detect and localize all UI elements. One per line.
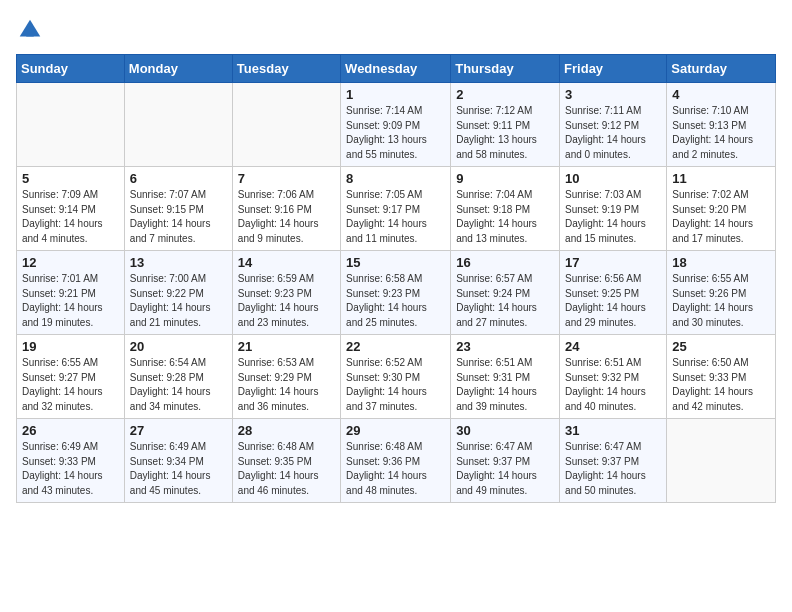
day-info: Sunrise: 7:12 AMSunset: 9:11 PMDaylight:… bbox=[456, 104, 554, 162]
calendar-cell: 16Sunrise: 6:57 AMSunset: 9:24 PMDayligh… bbox=[451, 251, 560, 335]
day-info: Sunrise: 6:48 AMSunset: 9:35 PMDaylight:… bbox=[238, 440, 335, 498]
day-number: 11 bbox=[672, 171, 770, 186]
calendar-cell: 17Sunrise: 6:56 AMSunset: 9:25 PMDayligh… bbox=[560, 251, 667, 335]
day-number: 14 bbox=[238, 255, 335, 270]
day-info: Sunrise: 7:02 AMSunset: 9:20 PMDaylight:… bbox=[672, 188, 770, 246]
calendar-cell: 10Sunrise: 7:03 AMSunset: 9:19 PMDayligh… bbox=[560, 167, 667, 251]
day-info: Sunrise: 6:58 AMSunset: 9:23 PMDaylight:… bbox=[346, 272, 445, 330]
calendar-cell: 5Sunrise: 7:09 AMSunset: 9:14 PMDaylight… bbox=[17, 167, 125, 251]
calendar-cell: 7Sunrise: 7:06 AMSunset: 9:16 PMDaylight… bbox=[232, 167, 340, 251]
week-row-5: 26Sunrise: 6:49 AMSunset: 9:33 PMDayligh… bbox=[17, 419, 776, 503]
day-number: 6 bbox=[130, 171, 227, 186]
day-info: Sunrise: 6:53 AMSunset: 9:29 PMDaylight:… bbox=[238, 356, 335, 414]
day-info: Sunrise: 6:51 AMSunset: 9:32 PMDaylight:… bbox=[565, 356, 661, 414]
calendar-cell: 1Sunrise: 7:14 AMSunset: 9:09 PMDaylight… bbox=[341, 83, 451, 167]
day-number: 18 bbox=[672, 255, 770, 270]
svg-rect-1 bbox=[26, 29, 33, 36]
calendar-cell: 23Sunrise: 6:51 AMSunset: 9:31 PMDayligh… bbox=[451, 335, 560, 419]
day-number: 9 bbox=[456, 171, 554, 186]
day-number: 10 bbox=[565, 171, 661, 186]
calendar-cell: 13Sunrise: 7:00 AMSunset: 9:22 PMDayligh… bbox=[124, 251, 232, 335]
calendar-cell: 8Sunrise: 7:05 AMSunset: 9:17 PMDaylight… bbox=[341, 167, 451, 251]
calendar-cell bbox=[232, 83, 340, 167]
week-row-4: 19Sunrise: 6:55 AMSunset: 9:27 PMDayligh… bbox=[17, 335, 776, 419]
calendar-cell: 25Sunrise: 6:50 AMSunset: 9:33 PMDayligh… bbox=[667, 335, 776, 419]
calendar-cell: 24Sunrise: 6:51 AMSunset: 9:32 PMDayligh… bbox=[560, 335, 667, 419]
calendar-cell: 11Sunrise: 7:02 AMSunset: 9:20 PMDayligh… bbox=[667, 167, 776, 251]
week-row-1: 1Sunrise: 7:14 AMSunset: 9:09 PMDaylight… bbox=[17, 83, 776, 167]
day-number: 31 bbox=[565, 423, 661, 438]
calendar-cell: 6Sunrise: 7:07 AMSunset: 9:15 PMDaylight… bbox=[124, 167, 232, 251]
calendar-cell: 12Sunrise: 7:01 AMSunset: 9:21 PMDayligh… bbox=[17, 251, 125, 335]
logo-icon bbox=[16, 16, 44, 44]
calendar-cell: 21Sunrise: 6:53 AMSunset: 9:29 PMDayligh… bbox=[232, 335, 340, 419]
calendar-cell: 15Sunrise: 6:58 AMSunset: 9:23 PMDayligh… bbox=[341, 251, 451, 335]
calendar-cell: 27Sunrise: 6:49 AMSunset: 9:34 PMDayligh… bbox=[124, 419, 232, 503]
calendar-cell: 20Sunrise: 6:54 AMSunset: 9:28 PMDayligh… bbox=[124, 335, 232, 419]
day-info: Sunrise: 7:01 AMSunset: 9:21 PMDaylight:… bbox=[22, 272, 119, 330]
day-number: 30 bbox=[456, 423, 554, 438]
calendar-cell: 29Sunrise: 6:48 AMSunset: 9:36 PMDayligh… bbox=[341, 419, 451, 503]
weekday-header-row: SundayMondayTuesdayWednesdayThursdayFrid… bbox=[17, 55, 776, 83]
day-number: 3 bbox=[565, 87, 661, 102]
week-row-3: 12Sunrise: 7:01 AMSunset: 9:21 PMDayligh… bbox=[17, 251, 776, 335]
weekday-header-friday: Friday bbox=[560, 55, 667, 83]
day-number: 20 bbox=[130, 339, 227, 354]
day-info: Sunrise: 6:47 AMSunset: 9:37 PMDaylight:… bbox=[565, 440, 661, 498]
calendar-cell: 19Sunrise: 6:55 AMSunset: 9:27 PMDayligh… bbox=[17, 335, 125, 419]
day-number: 19 bbox=[22, 339, 119, 354]
day-number: 5 bbox=[22, 171, 119, 186]
calendar-cell: 31Sunrise: 6:47 AMSunset: 9:37 PMDayligh… bbox=[560, 419, 667, 503]
calendar-cell: 22Sunrise: 6:52 AMSunset: 9:30 PMDayligh… bbox=[341, 335, 451, 419]
day-info: Sunrise: 6:49 AMSunset: 9:34 PMDaylight:… bbox=[130, 440, 227, 498]
day-info: Sunrise: 7:05 AMSunset: 9:17 PMDaylight:… bbox=[346, 188, 445, 246]
day-number: 7 bbox=[238, 171, 335, 186]
day-info: Sunrise: 7:07 AMSunset: 9:15 PMDaylight:… bbox=[130, 188, 227, 246]
day-info: Sunrise: 7:04 AMSunset: 9:18 PMDaylight:… bbox=[456, 188, 554, 246]
calendar-cell: 9Sunrise: 7:04 AMSunset: 9:18 PMDaylight… bbox=[451, 167, 560, 251]
calendar-cell bbox=[124, 83, 232, 167]
week-row-2: 5Sunrise: 7:09 AMSunset: 9:14 PMDaylight… bbox=[17, 167, 776, 251]
day-number: 23 bbox=[456, 339, 554, 354]
calendar-cell: 4Sunrise: 7:10 AMSunset: 9:13 PMDaylight… bbox=[667, 83, 776, 167]
day-info: Sunrise: 6:51 AMSunset: 9:31 PMDaylight:… bbox=[456, 356, 554, 414]
calendar-table: SundayMondayTuesdayWednesdayThursdayFrid… bbox=[16, 54, 776, 503]
day-number: 4 bbox=[672, 87, 770, 102]
calendar-cell: 28Sunrise: 6:48 AMSunset: 9:35 PMDayligh… bbox=[232, 419, 340, 503]
day-number: 29 bbox=[346, 423, 445, 438]
day-info: Sunrise: 6:54 AMSunset: 9:28 PMDaylight:… bbox=[130, 356, 227, 414]
calendar-cell: 3Sunrise: 7:11 AMSunset: 9:12 PMDaylight… bbox=[560, 83, 667, 167]
weekday-header-wednesday: Wednesday bbox=[341, 55, 451, 83]
day-number: 16 bbox=[456, 255, 554, 270]
calendar-cell bbox=[17, 83, 125, 167]
calendar-cell: 2Sunrise: 7:12 AMSunset: 9:11 PMDaylight… bbox=[451, 83, 560, 167]
day-info: Sunrise: 7:10 AMSunset: 9:13 PMDaylight:… bbox=[672, 104, 770, 162]
day-number: 24 bbox=[565, 339, 661, 354]
day-info: Sunrise: 7:11 AMSunset: 9:12 PMDaylight:… bbox=[565, 104, 661, 162]
day-number: 22 bbox=[346, 339, 445, 354]
logo bbox=[16, 16, 48, 44]
page-header bbox=[16, 16, 776, 44]
weekday-header-tuesday: Tuesday bbox=[232, 55, 340, 83]
day-number: 2 bbox=[456, 87, 554, 102]
day-info: Sunrise: 7:09 AMSunset: 9:14 PMDaylight:… bbox=[22, 188, 119, 246]
day-info: Sunrise: 6:49 AMSunset: 9:33 PMDaylight:… bbox=[22, 440, 119, 498]
day-info: Sunrise: 7:06 AMSunset: 9:16 PMDaylight:… bbox=[238, 188, 335, 246]
calendar-cell: 18Sunrise: 6:55 AMSunset: 9:26 PMDayligh… bbox=[667, 251, 776, 335]
day-number: 25 bbox=[672, 339, 770, 354]
day-number: 12 bbox=[22, 255, 119, 270]
day-number: 27 bbox=[130, 423, 227, 438]
day-info: Sunrise: 6:56 AMSunset: 9:25 PMDaylight:… bbox=[565, 272, 661, 330]
day-number: 17 bbox=[565, 255, 661, 270]
weekday-header-sunday: Sunday bbox=[17, 55, 125, 83]
weekday-header-thursday: Thursday bbox=[451, 55, 560, 83]
day-info: Sunrise: 6:50 AMSunset: 9:33 PMDaylight:… bbox=[672, 356, 770, 414]
day-number: 1 bbox=[346, 87, 445, 102]
calendar-cell: 30Sunrise: 6:47 AMSunset: 9:37 PMDayligh… bbox=[451, 419, 560, 503]
day-info: Sunrise: 6:47 AMSunset: 9:37 PMDaylight:… bbox=[456, 440, 554, 498]
day-number: 26 bbox=[22, 423, 119, 438]
weekday-header-monday: Monday bbox=[124, 55, 232, 83]
day-number: 28 bbox=[238, 423, 335, 438]
day-info: Sunrise: 7:03 AMSunset: 9:19 PMDaylight:… bbox=[565, 188, 661, 246]
day-info: Sunrise: 6:57 AMSunset: 9:24 PMDaylight:… bbox=[456, 272, 554, 330]
